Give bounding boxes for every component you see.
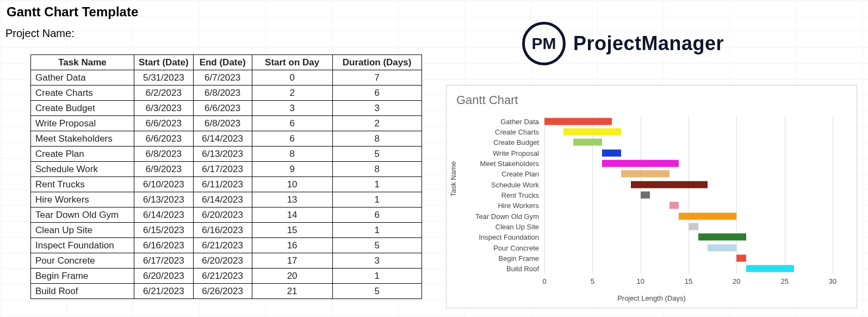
table-cell[interactable]: 6 xyxy=(332,86,421,101)
table-cell[interactable]: 6/3/2023 xyxy=(134,101,194,116)
table-row[interactable]: Pour Concrete6/17/20236/20/2023173 xyxy=(31,253,422,269)
table-cell[interactable]: 6/10/2023 xyxy=(134,177,194,192)
chart-plot-area: 051015202530Gather DataCreate ChartsCrea… xyxy=(544,116,833,274)
table-row[interactable]: Inspect Foundation6/16/20236/21/2023165 xyxy=(31,238,422,253)
table-cell[interactable]: 6 xyxy=(252,131,332,147)
table-cell[interactable]: 5 xyxy=(332,284,421,299)
chart-bar xyxy=(631,181,708,188)
table-cell[interactable]: 6/16/2023 xyxy=(134,238,194,253)
table-cell[interactable]: 21 xyxy=(252,284,332,299)
logo-badge-icon: PM xyxy=(522,22,566,65)
task-table: Task NameStart (Date)End (Date)Start on … xyxy=(30,54,422,299)
table-row[interactable]: Write Proposal6/6/20236/8/202362 xyxy=(31,116,422,131)
table-cell[interactable]: 16 xyxy=(252,238,332,253)
table-row[interactable]: Rent Trucks6/10/20236/11/2023101 xyxy=(31,177,422,192)
table-cell[interactable]: 6/26/2023 xyxy=(193,284,252,299)
table-row[interactable]: Meet Stakeholders6/6/20236/14/202368 xyxy=(31,131,422,147)
table-cell[interactable]: 6/17/2023 xyxy=(193,162,252,177)
table-cell[interactable]: 5 xyxy=(332,147,421,162)
table-cell[interactable]: Create Budget xyxy=(31,101,134,116)
table-cell[interactable]: Pour Concrete xyxy=(31,253,134,269)
table-cell[interactable]: 13 xyxy=(252,192,332,208)
table-cell[interactable]: 17 xyxy=(252,253,332,269)
table-row[interactable]: Gather Data5/31/20236/7/202307 xyxy=(31,70,422,86)
table-row[interactable]: Create Budget6/3/20236/6/202333 xyxy=(31,101,422,116)
table-cell[interactable]: 0 xyxy=(252,70,332,86)
chart-x-tick: 0 xyxy=(542,277,546,285)
table-cell[interactable]: 6/8/2023 xyxy=(134,147,194,162)
table-cell[interactable]: 8 xyxy=(332,131,421,147)
table-cell[interactable]: 1 xyxy=(332,192,421,208)
table-cell[interactable]: 6/8/2023 xyxy=(193,116,252,131)
table-cell[interactable]: 6 xyxy=(332,208,421,223)
table-cell[interactable]: 3 xyxy=(332,253,421,269)
table-cell[interactable]: 6/17/2023 xyxy=(134,253,194,269)
table-row[interactable]: Create Plan6/8/20236/13/202385 xyxy=(31,147,422,162)
table-row[interactable]: Tear Down Old Gym6/14/20236/20/2023146 xyxy=(31,208,422,223)
table-cell[interactable]: 10 xyxy=(252,177,332,192)
table-cell[interactable]: 6/6/2023 xyxy=(193,101,252,116)
table-row[interactable]: Clean Up Site6/15/20236/16/2023151 xyxy=(31,223,422,238)
table-cell[interactable]: 6/21/2023 xyxy=(193,269,252,284)
table-cell[interactable]: 6/13/2023 xyxy=(134,192,194,208)
table-cell[interactable]: 6/13/2023 xyxy=(193,147,252,162)
table-cell[interactable]: Meet Stakeholders xyxy=(31,131,134,147)
table-cell[interactable]: 6/21/2023 xyxy=(193,238,252,253)
table-cell[interactable]: 6/8/2023 xyxy=(193,86,252,101)
table-cell[interactable]: Clean Up Site xyxy=(31,223,134,238)
table-cell[interactable]: 5 xyxy=(332,238,421,253)
chart-bar xyxy=(669,202,679,209)
chart-y-tick: Tear Down Old Gym xyxy=(475,212,539,220)
table-cell[interactable]: 6/14/2023 xyxy=(193,192,252,208)
table-row[interactable]: Schedule Work6/9/20236/17/202398 xyxy=(31,162,422,177)
table-cell[interactable]: 7 xyxy=(332,70,421,86)
table-cell[interactable]: 8 xyxy=(332,162,421,177)
table-cell[interactable]: 8 xyxy=(252,147,332,162)
table-cell[interactable]: Rent Trucks xyxy=(31,177,134,192)
table-cell[interactable]: Build Roof xyxy=(31,284,134,299)
table-cell[interactable]: 6/11/2023 xyxy=(193,177,252,192)
table-row[interactable]: Begin Frame6/20/20236/21/2023201 xyxy=(31,269,422,284)
table-cell[interactable]: 6/14/2023 xyxy=(134,208,194,223)
table-cell[interactable]: 1 xyxy=(332,269,421,284)
table-cell[interactable]: 5/31/2023 xyxy=(134,70,194,86)
table-row[interactable]: Hire Workers6/13/20236/14/2023131 xyxy=(31,192,422,208)
table-cell[interactable]: 20 xyxy=(252,269,332,284)
table-cell[interactable]: 15 xyxy=(252,223,332,238)
table-cell[interactable]: 3 xyxy=(332,101,421,116)
table-cell[interactable]: Hire Workers xyxy=(31,192,134,208)
table-cell[interactable]: Begin Frame xyxy=(31,269,134,284)
table-cell[interactable]: Create Charts xyxy=(31,86,134,101)
table-cell[interactable]: 14 xyxy=(252,208,332,223)
table-cell[interactable]: 2 xyxy=(332,116,421,131)
table-cell[interactable]: 6/9/2023 xyxy=(134,162,194,177)
table-cell[interactable]: 6/2/2023 xyxy=(134,86,194,101)
table-cell[interactable]: 6/6/2023 xyxy=(134,131,194,147)
table-row[interactable]: Build Roof6/21/20236/26/2023215 xyxy=(31,284,422,299)
table-cell[interactable]: Gather Data xyxy=(31,70,134,86)
table-row[interactable]: Create Charts6/2/20236/8/202326 xyxy=(31,86,422,101)
gantt-chart: Gantt Chart Task Name 051015202530Gather… xyxy=(446,85,857,308)
table-cell[interactable]: 6/20/2023 xyxy=(134,269,194,284)
table-cell[interactable]: 6 xyxy=(252,116,332,131)
table-cell[interactable]: Tear Down Old Gym xyxy=(31,208,134,223)
table-cell[interactable]: Create Plan xyxy=(31,147,134,162)
table-cell[interactable]: 2 xyxy=(252,86,332,101)
table-cell[interactable]: 6/20/2023 xyxy=(193,253,252,269)
table-header: Start (Date) xyxy=(134,55,194,70)
table-cell[interactable]: 9 xyxy=(252,162,332,177)
table-cell[interactable]: 6/6/2023 xyxy=(134,116,194,131)
table-cell[interactable]: Inspect Foundation xyxy=(31,238,134,253)
table-cell[interactable]: 6/7/2023 xyxy=(193,70,252,86)
table-cell[interactable]: 6/16/2023 xyxy=(193,223,252,238)
table-cell[interactable]: 1 xyxy=(332,177,421,192)
table-cell[interactable]: 6/14/2023 xyxy=(193,131,252,147)
table-cell[interactable]: 6/20/2023 xyxy=(193,208,252,223)
table-cell[interactable]: 3 xyxy=(252,101,332,116)
table-cell[interactable]: Schedule Work xyxy=(31,162,134,177)
project-name-label: Project Name: xyxy=(5,27,75,40)
table-cell[interactable]: Write Proposal xyxy=(31,116,134,131)
table-cell[interactable]: 1 xyxy=(332,223,421,238)
table-cell[interactable]: 6/15/2023 xyxy=(134,223,194,238)
table-cell[interactable]: 6/21/2023 xyxy=(134,284,194,299)
